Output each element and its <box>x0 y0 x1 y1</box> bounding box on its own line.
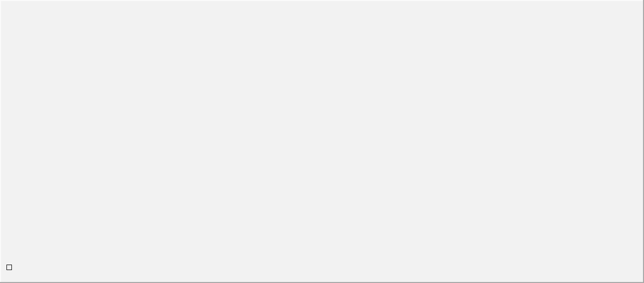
packet-loss-legend <box>0 272 644 280</box>
response-time-swatch <box>6 265 12 270</box>
response-time-legend <box>6 265 45 270</box>
plot-area <box>0 0 644 283</box>
rrdtool-graph <box>0 0 644 283</box>
